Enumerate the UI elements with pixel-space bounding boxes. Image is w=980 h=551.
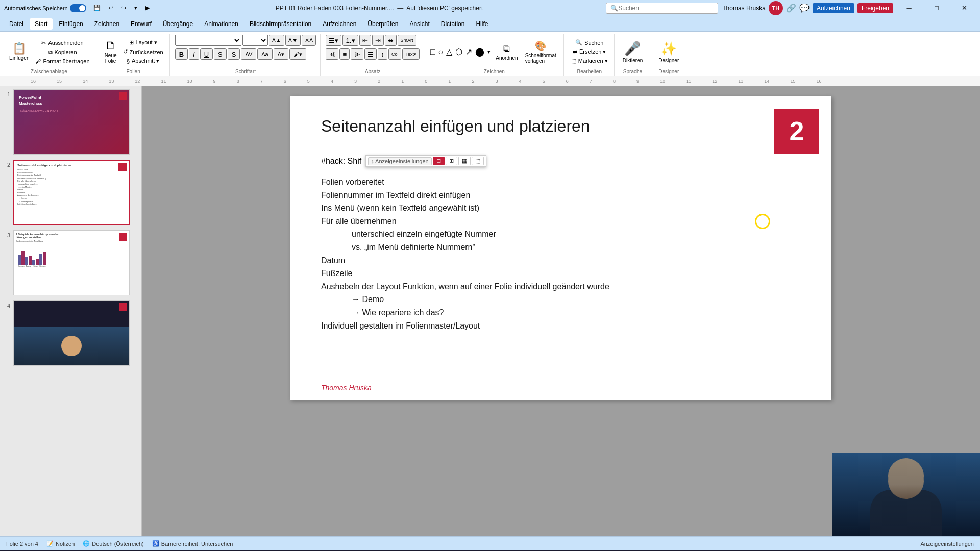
shape-6[interactable]: ⬤ (474, 46, 485, 58)
save-icon[interactable]: 💾 (90, 4, 104, 12)
font-family-select[interactable] (175, 35, 241, 46)
menu-animationen[interactable]: Animationen (199, 18, 243, 30)
shape-1[interactable]: □ (429, 46, 436, 58)
share-btn[interactable]: Freigeben (857, 3, 893, 13)
clear-format-button[interactable]: ✕A (302, 35, 316, 46)
section-button[interactable]: § Abschnitt ▾ (121, 57, 165, 65)
menu-datei[interactable]: Datei (4, 18, 29, 30)
search-input[interactable] (618, 5, 714, 12)
maximize-button[interactable]: □ (925, 0, 948, 16)
text-shadow-button[interactable]: S (228, 48, 240, 60)
text-ausrichten-button[interactable]: Text▾ (402, 48, 420, 60)
menu-entwurf[interactable]: Entwurf (126, 18, 157, 30)
menu-ueberpruefen[interactable]: Überprüfen (362, 18, 403, 30)
menu-uebergaenge[interactable]: Übergänge (158, 18, 198, 30)
menu-aufzeichnen[interactable]: Aufzeichnen (317, 18, 361, 30)
shape-5[interactable]: ↗ (464, 46, 473, 58)
slide-thumb-3[interactable]: 3 2 Beispiele kennen-Prinzip ansehenLösu… (2, 229, 139, 296)
ribbon-group-draw: □ ○ △ ⬡ ↗ ⬤ ▾ ⧉ Anordnen 🎨 Schnellformat… (425, 34, 564, 76)
more-icon[interactable]: ▾ (131, 4, 140, 12)
number-list-button[interactable]: 1.▾ (342, 35, 358, 46)
view-btn-4[interactable]: ⬚ (472, 157, 484, 165)
auto-save-toggle[interactable] (70, 4, 86, 12)
slide-thumbnail-2[interactable]: Seitenanzahl einfügen und platzieren #ha… (13, 160, 130, 225)
shape-2[interactable]: ○ (437, 46, 445, 58)
dictate-button[interactable]: 🎤 Diktieren (620, 39, 646, 65)
slide-thumb-2[interactable]: 2 Seitenanzahl einfügen und platzieren #… (2, 159, 139, 226)
notes-button[interactable]: 📝 Notizen (46, 540, 75, 547)
designer-button[interactable]: ✨ Designer (655, 39, 682, 65)
menu-hilfe[interactable]: Hilfe (471, 18, 493, 30)
view-settings-status[interactable]: Anzeigeeinstellungen (920, 541, 974, 547)
slide-thumb-4[interactable]: 4 ▶ (2, 299, 139, 367)
align-center-button[interactable]: ≡ (339, 48, 350, 60)
underline-button[interactable]: U (200, 48, 213, 60)
font-decrease-button[interactable]: A▼ (285, 35, 301, 46)
layout-button[interactable]: ⊞ Layout ▾ (121, 38, 165, 47)
shape-4[interactable]: ⬡ (454, 46, 463, 58)
italic-button[interactable]: I (189, 48, 199, 60)
replace-button[interactable]: ⇌ Ersetzen ▾ (569, 47, 610, 56)
slide2-badge (118, 163, 127, 171)
slide-thumbnail-1[interactable]: PowerPointMasterclass PRÄSENTIEREN WIE E… (13, 89, 130, 155)
view-btn-1[interactable]: ⊟ (433, 157, 445, 165)
select-button[interactable]: ⬚ Markieren ▾ (569, 57, 610, 65)
display-settings-label[interactable]: ↕ Anzeigeeinstellungen (368, 157, 432, 165)
align-left-button[interactable]: ⫷ (326, 48, 338, 60)
accessibility-indicator[interactable]: ♿ Barrierefreiheit: Untersuchen (152, 540, 233, 547)
menu-dictation[interactable]: Dictation (436, 18, 470, 30)
present-btn[interactable]: Aufzeichnen (813, 3, 854, 13)
shape-3[interactable]: △ (445, 46, 453, 58)
char-spacing-button[interactable]: AV (241, 48, 256, 60)
convert-smartart-button[interactable]: SmArt (398, 35, 416, 46)
font-color-button[interactable]: A▾ (274, 48, 288, 60)
bullet-list-button[interactable]: ☰▾ (326, 35, 341, 46)
share-icon[interactable]: 🔗 (786, 3, 796, 13)
text-columns-button[interactable]: Col (388, 48, 402, 60)
copy-button[interactable]: ⧉ Kopieren (33, 48, 91, 57)
format-transfer-button[interactable]: 🖌 Format übertragen (33, 57, 91, 65)
new-slide-button[interactable]: 🗋 NeueFolie (102, 38, 120, 66)
bold-button[interactable]: B (175, 48, 188, 60)
cut-button[interactable]: ✂ Ausschneiden (33, 39, 91, 47)
reset-button[interactable]: ↺ Zurücksetzen (121, 47, 165, 56)
close-button[interactable]: ✕ (952, 0, 976, 16)
highlight-button[interactable]: 🖌▾ (289, 48, 306, 60)
shape-more[interactable]: ▾ (486, 47, 492, 56)
indent-more-button[interactable]: ⇥ (372, 35, 384, 46)
view-btn-2[interactable]: ⊞ (446, 157, 457, 165)
present-icon[interactable]: ▶ (142, 4, 153, 12)
find-button[interactable]: 🔍 Suchen (569, 38, 610, 47)
font-increase-button[interactable]: A▲ (269, 35, 284, 46)
slide-canvas[interactable]: 2 Seitenanzahl einfügen und platzieren #… (290, 96, 831, 400)
body-line-5: unterschied einzeln eingefügte Nummer (352, 228, 801, 241)
redo-icon[interactable]: ↪ (118, 4, 129, 12)
undo-icon[interactable]: ↩ (106, 4, 116, 12)
menu-einfuegen[interactable]: Einfügen (54, 18, 88, 30)
text-direction-button[interactable]: ⬌ (385, 35, 397, 46)
search-box[interactable]: 🔍 (606, 3, 718, 14)
line-spacing-button[interactable]: ↕ (378, 48, 387, 60)
indent-less-button[interactable]: ⇤ (359, 35, 371, 46)
comments-icon[interactable]: 💬 (799, 3, 810, 13)
view-btn-3[interactable]: ▦ (458, 157, 471, 165)
change-case-button[interactable]: Aa (257, 48, 272, 60)
arrange-button[interactable]: ⧉ Anordnen (493, 41, 521, 63)
paste-button[interactable]: 📋 Einfügen (6, 41, 32, 63)
minimize-button[interactable]: ─ (897, 0, 921, 16)
slide4-badge (119, 303, 127, 311)
menu-ansicht[interactable]: Ansicht (404, 18, 434, 30)
align-right-button[interactable]: ⫸ (351, 48, 363, 60)
strikethrough-button[interactable]: S (214, 48, 227, 60)
slide-thumb-1[interactable]: 1 PowerPointMasterclass PRÄSENTIEREN WIE… (2, 88, 139, 156)
slide-thumbnail-3[interactable]: 2 Beispiele kennen-Prinzip ansehenLösung… (13, 230, 130, 295)
menu-start[interactable]: Start (30, 18, 53, 30)
quick-styles-button[interactable]: 🎨 Schnellformatvorlagen (522, 38, 559, 66)
font-size-select[interactable] (242, 35, 268, 46)
menu-praesentation[interactable]: Bildschirmpräsentation (244, 18, 316, 30)
menu-zeichnen[interactable]: Zeichnen (89, 18, 125, 30)
cut-icon: ✂ (41, 40, 46, 46)
slide-thumbnail-4[interactable]: ▶ (13, 300, 130, 366)
justify-button[interactable]: ☰ (364, 48, 377, 60)
find-icon: 🔍 (575, 39, 582, 46)
